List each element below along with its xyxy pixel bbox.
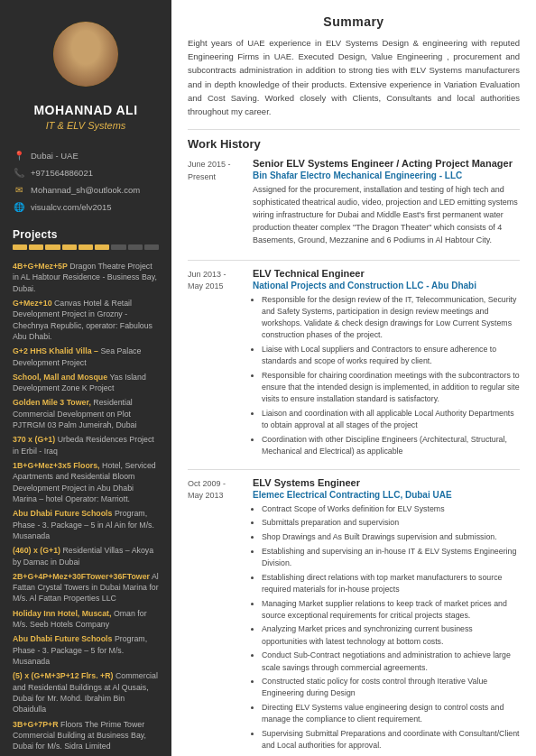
contact-phone: 📞 +971564886021	[13, 166, 159, 179]
list-item: (460) x (G+1) Residential Villas – Akoya…	[13, 545, 159, 567]
summary-text: Eight years of UAE experience in ELV Sys…	[188, 36, 520, 118]
contact-location: 📍 Dubai - UAE	[13, 149, 159, 161]
list-item: Responsible for chairing coordination me…	[262, 370, 520, 406]
avatar	[53, 22, 118, 87]
candidate-name: MOHANNAD ALI	[33, 103, 137, 117]
list-item: Establishing and supervising an in-house…	[262, 546, 520, 569]
phone-icon: 📞	[13, 166, 25, 179]
list-item: 2B+G+4P+Mez+30FTower+36FTower Al Fattan …	[13, 571, 159, 604]
bar-2	[29, 244, 43, 250]
projects-list: 4B+G+Mez+5P Dragon Theatre Project in AL…	[0, 261, 171, 756]
list-item: Constructed static policy for costs cont…	[262, 676, 520, 699]
list-item: School, Mall and Mosque Yas Island Devel…	[13, 372, 159, 394]
bar-3	[45, 244, 60, 250]
projects-bar	[0, 244, 171, 255]
list-item: Golden Mile 3 Tower, Residential Commerc…	[13, 397, 159, 430]
sidebar: MOHANNAD ALI IT & ELV Systems 📍 Dubai - …	[0, 0, 171, 756]
main-content: Summary Eight years of UAE experience in…	[171, 0, 536, 756]
list-item: G+2 HHS Khalid Villa – Sea Palace Develo…	[13, 346, 159, 368]
work-content: Senior ELV Systems Engineer / Acting Pro…	[253, 158, 520, 251]
list-item: Shop Drawings and As Built Drawings supe…	[262, 531, 520, 543]
work-date: June 2015 -Present	[188, 158, 253, 251]
profile-photo	[53, 22, 118, 87]
email-text: Mohannad_sh@outlook.com	[31, 185, 140, 195]
list-item: 370 x (G+1) Urbeda Residences Project in…	[13, 434, 159, 456]
list-item: Liaison and coordination with all applic…	[262, 408, 520, 431]
website-icon: 🌐	[13, 200, 25, 213]
contact-email: ✉ Mohannad_sh@outlook.com	[13, 183, 159, 196]
jobs-container: June 2015 -PresentSenior ELV Systems Eng…	[188, 158, 520, 756]
list-item: Establishing direct relations with top m…	[262, 572, 520, 595]
list-item: Directing ELV Systems value engineering …	[262, 702, 520, 725]
job-company: Bin Shafar Electro Mechanical Engineerin…	[253, 171, 520, 180]
list-item: Liaise with Local suppliers and Contract…	[262, 344, 520, 367]
list-item: Conduct Sub-Contract negotiations and ad…	[262, 650, 520, 673]
job-company: National Projects and Construction LLC -…	[253, 281, 520, 290]
list-item: Supervising Submittal Preparations and c…	[262, 728, 520, 751]
list-item: Submittals preparation and supervision	[262, 517, 520, 529]
location-text: Dubai - UAE	[31, 151, 79, 161]
bar-4	[62, 244, 77, 250]
list-item: Managing Market supplier relations to ke…	[262, 598, 520, 622]
list-item: Analyzing Market prices and synchronizin…	[262, 623, 520, 647]
contact-section: 📍 Dubai - UAE 📞 +971564886021 ✉ Mohannad…	[0, 138, 171, 217]
work-entry: Oct 2009 -May 2013ELV Systems EngineerEl…	[188, 477, 520, 754]
bar-6	[95, 244, 109, 250]
job-description: Assigned for the procurement, installati…	[253, 184, 520, 247]
work-content: ELV Technical EngineerNational Projects …	[253, 268, 520, 460]
list-item: Coordination with other Discipline Engin…	[262, 434, 520, 457]
list-item: G+Mez+10 Canvas Hotel & Retail Developme…	[13, 298, 159, 342]
bar-8	[128, 244, 143, 250]
page-layout: MOHANNAD ALI IT & ELV Systems 📍 Dubai - …	[0, 0, 536, 756]
phone-text: +971564886021	[31, 168, 93, 178]
bar-5	[79, 244, 93, 250]
work-entry: June 2015 -PresentSenior ELV Systems Eng…	[188, 158, 520, 251]
work-entry: Jun 2013 -May 2015ELV Technical Engineer…	[188, 268, 520, 460]
website-text: visualcv.com/elv2015	[31, 202, 112, 212]
summary-title: Summary	[188, 14, 520, 29]
job-title: ELV Technical Engineer	[253, 268, 520, 279]
list-item: Holiday Inn Hotel, Muscat, Oman for M/s.…	[13, 608, 159, 631]
list-item: Abu Dhabi Future Schools Program, Phase …	[13, 508, 159, 541]
candidate-title: IT & ELV Systems	[46, 120, 126, 131]
job-title: ELV Systems Engineer	[253, 477, 520, 488]
bar-9	[144, 244, 159, 250]
email-icon: ✉	[13, 183, 25, 196]
job-company: Elemec Electrical Contracting LLC, Dubai…	[253, 490, 520, 500]
location-icon: 📍	[13, 149, 25, 161]
divider	[188, 469, 520, 470]
list-item: (5) x (G+M+3P+12 Flrs. +R) Commercial an…	[13, 670, 159, 715]
list-item: 1B+G+Mez+3x5 Floors, Hotel, Serviced Apa…	[13, 460, 159, 504]
bar-7	[111, 244, 125, 250]
contact-website[interactable]: 🌐 visualcv.com/elv2015	[13, 200, 159, 213]
divider	[188, 260, 520, 261]
work-date: Jun 2013 -May 2015	[188, 268, 253, 460]
list-item: Responsible for the design review of the…	[262, 294, 520, 342]
list-item: 3B+G+7P+R Floors The Prime Tower Commerc…	[13, 719, 159, 752]
job-bullets: Responsible for the design review of the…	[253, 294, 520, 457]
bar-1	[13, 244, 27, 250]
job-title: Senior ELV Systems Engineer / Acting Pro…	[253, 158, 520, 169]
list-item: Contract Scope of Works definition for E…	[262, 503, 520, 515]
work-history-title: Work History	[188, 137, 520, 151]
job-bullets: Contract Scope of Works definition for E…	[253, 503, 520, 752]
work-date: Oct 2009 -May 2013	[188, 477, 253, 754]
list-item: 4B+G+Mez+5P Dragon Theatre Project in AL…	[13, 261, 159, 294]
divider-1	[188, 129, 520, 130]
projects-heading: Projects	[0, 217, 171, 244]
list-item: Abu Dhabi Future Schools Program, Phase …	[13, 633, 159, 667]
work-content: ELV Systems EngineerElemec Electrical Co…	[253, 477, 520, 754]
